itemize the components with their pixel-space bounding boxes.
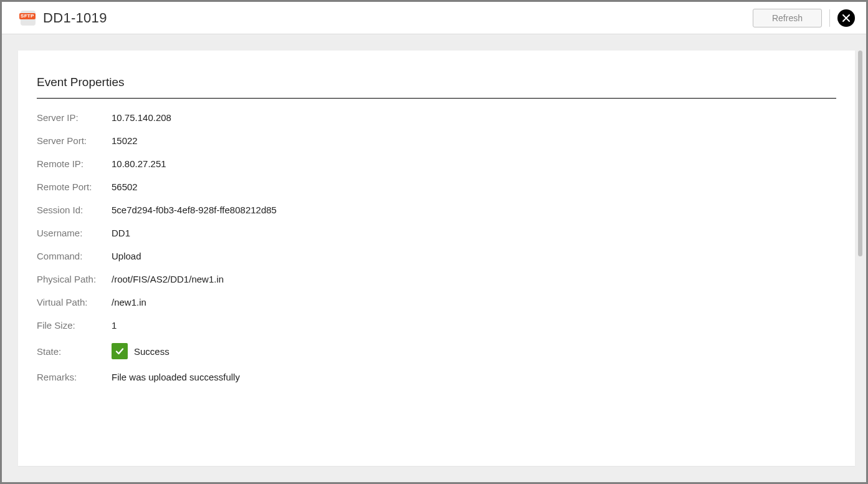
- label-virtual-path: Virtual Path:: [37, 297, 112, 307]
- value-file-size: 1: [112, 320, 117, 331]
- row-virtual-path: Virtual Path: /new1.in: [37, 297, 836, 307]
- value-state-container: Success: [112, 343, 169, 359]
- label-remote-port: Remote Port:: [37, 182, 112, 192]
- value-physical-path: /root/FIS/AS2/DD1/new1.in: [112, 274, 224, 284]
- section-divider: [37, 98, 836, 99]
- value-command: Upload: [112, 251, 141, 261]
- row-file-size: File Size: 1: [37, 320, 836, 331]
- label-session-id: Session Id:: [37, 205, 112, 215]
- scrollbar-thumb[interactable]: [858, 51, 862, 256]
- close-button[interactable]: [837, 9, 855, 27]
- dialog-header: SFTP DD1-1019 Refresh: [2, 2, 866, 34]
- row-remarks: Remarks: File was uploaded successfully: [37, 372, 836, 382]
- value-state-text: Success: [134, 346, 169, 357]
- label-server-ip: Server IP:: [37, 112, 112, 123]
- value-username: DD1: [112, 228, 130, 238]
- label-remote-ip: Remote IP:: [37, 158, 112, 169]
- row-remote-ip: Remote IP: 10.80.27.251: [37, 158, 836, 169]
- value-remarks: File was uploaded successfully: [112, 372, 240, 382]
- value-virtual-path: /new1.in: [112, 297, 146, 307]
- row-server-port: Server Port: 15022: [37, 135, 836, 146]
- event-properties-card: Event Properties Server IP: 10.75.140.20…: [18, 51, 855, 466]
- label-server-port: Server Port:: [37, 135, 112, 146]
- label-state: State:: [37, 346, 112, 357]
- value-remote-port: 56502: [112, 182, 138, 192]
- close-icon: [842, 14, 850, 22]
- divider: [829, 9, 830, 27]
- value-server-ip: 10.75.140.208: [112, 112, 171, 123]
- value-server-port: 15022: [112, 135, 138, 146]
- row-command: Command: Upload: [37, 251, 836, 261]
- label-remarks: Remarks:: [37, 372, 112, 382]
- section-title: Event Properties: [37, 75, 836, 89]
- row-session-id: Session Id: 5ce7d294-f0b3-4ef8-928f-ffe8…: [37, 205, 836, 215]
- success-check-icon: [112, 343, 128, 359]
- dialog-window: SFTP DD1-1019 Refresh Event Properties S…: [2, 2, 866, 482]
- content-area: Event Properties Server IP: 10.75.140.20…: [2, 34, 866, 482]
- row-remote-port: Remote Port: 56502: [37, 182, 836, 192]
- label-physical-path: Physical Path:: [37, 274, 112, 284]
- value-session-id: 5ce7d294-f0b3-4ef8-928f-ffe808212d85: [112, 205, 277, 215]
- row-username: Username: DD1: [37, 228, 836, 238]
- row-physical-path: Physical Path: /root/FIS/AS2/DD1/new1.in: [37, 274, 836, 284]
- sftp-icon: SFTP: [19, 9, 37, 27]
- row-server-ip: Server IP: 10.75.140.208: [37, 112, 836, 123]
- label-command: Command:: [37, 251, 112, 261]
- refresh-button[interactable]: Refresh: [753, 9, 822, 27]
- value-remote-ip: 10.80.27.251: [112, 158, 166, 169]
- row-state: State: Success: [37, 343, 836, 359]
- dialog-title: DD1-1019: [43, 10, 107, 26]
- label-username: Username:: [37, 228, 112, 238]
- label-file-size: File Size:: [37, 320, 112, 331]
